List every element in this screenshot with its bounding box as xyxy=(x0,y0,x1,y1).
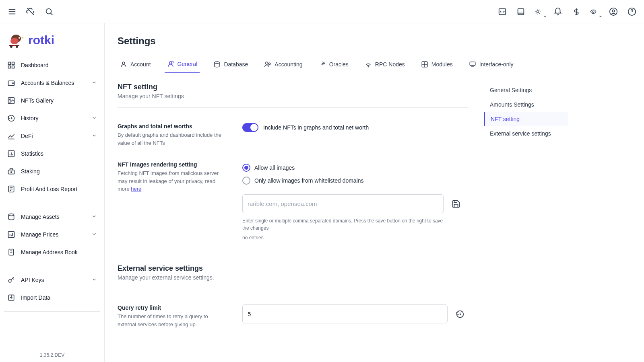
query-retry-input[interactable] xyxy=(242,304,448,323)
code-icon[interactable] xyxy=(497,7,507,16)
note-icon[interactable] xyxy=(516,7,526,16)
section-sub-nft: Manage your NFT settings xyxy=(118,93,468,99)
sidebar-item-pnl[interactable]: Profit And Loss Report xyxy=(3,180,101,198)
reset-icon[interactable] xyxy=(456,310,464,319)
whitelist-no-entries: no entries xyxy=(242,235,468,241)
svg-point-30 xyxy=(16,45,18,48)
tab-general[interactable]: General xyxy=(165,56,200,73)
topbar-right xyxy=(497,7,637,16)
svg-point-4 xyxy=(46,8,52,14)
include-nfts-toggle[interactable] xyxy=(242,123,258,132)
svg-point-36 xyxy=(12,83,14,84)
radio-icon xyxy=(242,164,250,172)
sidebar-item-nfts-gallery[interactable]: NFTs Gallery xyxy=(3,92,101,109)
tab-database[interactable]: Database xyxy=(211,56,250,73)
sidebar-item-dashboard[interactable]: Dashboard xyxy=(3,56,101,74)
sidebar-item-defi[interactable]: DeFi xyxy=(3,127,101,145)
setting-desc: Fetching NFT images from malicious serve… xyxy=(118,169,226,193)
svg-point-50 xyxy=(8,214,14,216)
help-icon[interactable] xyxy=(627,7,637,16)
sun-icon[interactable] xyxy=(535,7,544,16)
tab-label: General xyxy=(178,61,198,67)
history-icon xyxy=(7,114,15,122)
sidebar-item-import-data[interactable]: Import Data xyxy=(3,289,101,306)
tab-oracles[interactable]: Oracles xyxy=(316,56,351,73)
chevron-down-icon xyxy=(91,80,97,86)
sidebar: rotki Dashboard Accounts & Balances NFTs… xyxy=(0,23,105,362)
sidebar-item-accounts-balances[interactable]: Accounts & Balances xyxy=(3,74,101,92)
svg-line-16 xyxy=(536,13,536,13)
radio-icon xyxy=(242,177,250,185)
sidebar-item-staking[interactable]: Staking xyxy=(3,162,101,180)
right-nav: General Settings Amounts Settings NFT se… xyxy=(484,83,568,335)
import-icon xyxy=(7,294,15,302)
whitelist-helper: Enter single or multiple comma separated… xyxy=(242,217,444,232)
right-nav-general[interactable]: General Settings xyxy=(484,83,568,97)
svg-point-29 xyxy=(10,45,12,48)
svg-rect-7 xyxy=(518,8,524,14)
radio-allow-all[interactable]: Allow all images xyxy=(242,161,468,174)
sidebar-item-statistics[interactable]: Statistics xyxy=(3,145,101,162)
svg-point-64 xyxy=(215,62,219,64)
bar-chart-icon xyxy=(7,150,15,158)
right-nav-amounts[interactable]: Amounts Settings xyxy=(484,97,568,112)
search-icon[interactable] xyxy=(44,7,54,16)
eye-icon[interactable] xyxy=(590,7,600,16)
topbar xyxy=(0,0,644,23)
cloud-off-icon[interactable] xyxy=(26,7,35,16)
sidebar-item-api-keys[interactable]: API Keys xyxy=(3,271,101,289)
right-nav-nft[interactable]: NFT setting xyxy=(484,112,568,126)
brand[interactable]: rotki xyxy=(0,23,104,54)
user-icon[interactable] xyxy=(609,7,618,16)
svg-rect-34 xyxy=(8,66,11,68)
divider xyxy=(118,107,468,108)
tab-rpc-nodes[interactable]: RPC Nodes xyxy=(362,56,407,73)
svg-line-5 xyxy=(51,13,53,15)
svg-point-61 xyxy=(122,62,125,64)
sidebar-item-address-book[interactable]: Manage Address Book xyxy=(3,243,101,261)
dollar-icon[interactable] xyxy=(572,7,581,16)
sidebar-item-label: Staking xyxy=(21,168,40,175)
here-link[interactable]: here xyxy=(131,186,141,192)
sidebar-item-history[interactable]: History xyxy=(3,109,101,127)
sidebar-item-label: API Keys xyxy=(21,277,44,283)
chevron-down-icon xyxy=(91,115,97,122)
page-title: Settings xyxy=(118,35,631,47)
divider xyxy=(118,289,468,289)
tab-accounting[interactable]: Accounting xyxy=(262,56,305,73)
tab-account[interactable]: Account xyxy=(118,56,153,73)
section-title-nft: NFT setting xyxy=(118,83,468,91)
radio-whitelist-only[interactable]: Only allow images from whitelisted domai… xyxy=(242,174,468,187)
report-icon xyxy=(7,185,15,193)
inbox-icon xyxy=(7,167,15,175)
svg-rect-51 xyxy=(8,232,14,238)
tab-label: Accounting xyxy=(275,61,302,68)
chevron-down-icon xyxy=(91,231,97,238)
svg-marker-27 xyxy=(21,37,23,39)
whitelist-domains-input[interactable] xyxy=(242,194,444,213)
menu-icon[interactable] xyxy=(7,7,17,16)
setting-desc: The number of times to retry a query to … xyxy=(118,313,226,328)
nav-primary: Dashboard Accounts & Balances NFTs Galle… xyxy=(0,54,104,200)
tab-modules[interactable]: Modules xyxy=(419,56,455,73)
sidebar-item-manage-assets[interactable]: Manage Assets xyxy=(3,208,101,226)
radio-label: Only allow images from whitelisted domai… xyxy=(254,177,364,184)
save-icon[interactable] xyxy=(452,200,460,208)
chevron-down-icon xyxy=(91,214,97,220)
tab-interface-only[interactable]: Interface-only xyxy=(466,56,516,73)
right-nav-external[interactable]: External service settings xyxy=(484,126,568,141)
svg-line-13 xyxy=(539,13,540,13)
nav-tertiary: API Keys Import Data xyxy=(0,269,104,309)
nav-divider xyxy=(4,203,100,203)
nav-divider xyxy=(4,266,100,266)
svg-point-66 xyxy=(269,63,271,65)
brand-name: rotki xyxy=(28,33,54,47)
setting-title: Query retry limit xyxy=(118,304,226,311)
sidebar-item-manage-prices[interactable]: Manage Prices xyxy=(3,226,101,243)
section-title-external: External service settings xyxy=(118,264,468,273)
bell-icon[interactable] xyxy=(553,7,563,16)
settings-panel: NFT setting Manage your NFT settings Gra… xyxy=(118,83,468,335)
database-icon xyxy=(7,213,15,221)
sidebar-item-label: History xyxy=(21,115,39,121)
sidebar-item-label: NFTs Gallery xyxy=(21,97,54,104)
